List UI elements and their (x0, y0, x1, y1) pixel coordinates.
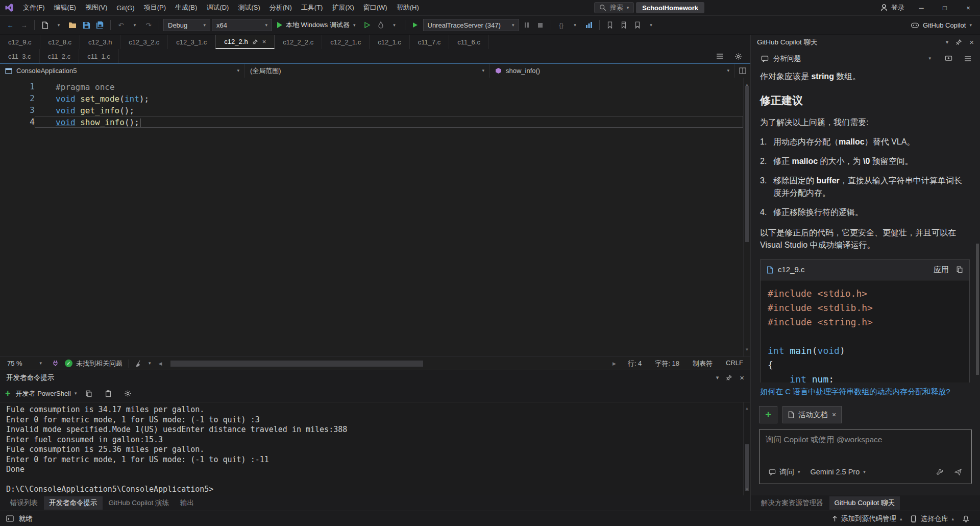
start-without-debugging-icon[interactable] (361, 18, 373, 32)
background-tasks-icon[interactable] (6, 515, 14, 522)
new-file-chevron-icon[interactable]: ▾ (53, 18, 65, 32)
document-tab[interactable]: c12_3_2.c (120, 35, 168, 49)
editor-vertical-scrollbar[interactable]: ▲ ▼ (743, 78, 750, 356)
shell-select[interactable]: 开发者 PowerShell ▾ (16, 389, 77, 398)
document-tab[interactable]: c12_1.c (370, 35, 410, 49)
terminal-panel-header[interactable]: 开发者命令提示 ▾ × (0, 370, 750, 385)
document-tab[interactable]: c11_1.c (79, 49, 119, 63)
hot-reload-icon[interactable] (375, 18, 387, 32)
redo-icon[interactable]: ↷ (142, 18, 155, 32)
paste-icon[interactable] (101, 387, 115, 400)
menu-item[interactable]: 视图(V) (81, 0, 112, 15)
member-select[interactable]: show_info() ▾ (490, 64, 735, 78)
document-tab[interactable]: c11_2.c (40, 49, 80, 63)
horizontal-scrollbar[interactable] (169, 357, 605, 370)
close-tab-icon[interactable]: × (262, 38, 266, 45)
project-select[interactable]: ConsoleApplication5 ▾ (0, 64, 245, 78)
code-cleanup-icon[interactable] (135, 360, 142, 367)
start-debugging-button[interactable]: 本地 Windows 调试器 ▾ (274, 18, 359, 32)
hot-reload-chevron-icon[interactable]: ▾ (388, 18, 401, 32)
next-bookmark-icon[interactable] (631, 18, 644, 32)
bookmarks-chevron-icon[interactable]: ▾ (645, 18, 657, 32)
menu-item[interactable]: 项目(P) (139, 0, 170, 15)
braces-icon[interactable]: {} (555, 18, 568, 32)
apply-button[interactable]: 应用 (934, 264, 949, 276)
pin-icon[interactable] (726, 374, 732, 381)
tools-icon[interactable] (933, 465, 947, 479)
notifications-bell-icon[interactable] (958, 511, 974, 526)
document-tab[interactable]: c12_8.c (40, 35, 81, 49)
scroll-down-icon[interactable]: ▼ (744, 344, 750, 355)
panel-tab[interactable]: 解决方案资源管理器 (756, 496, 828, 510)
undo-icon[interactable]: ↶ (115, 18, 127, 32)
run-target-play-icon[interactable] (409, 18, 422, 32)
close-window-button[interactable]: × (957, 0, 980, 15)
maximize-button[interactable]: □ (933, 0, 957, 15)
document-tab[interactable]: c12_2_1.c (322, 35, 370, 49)
chevron-down-icon[interactable]: ▾ (946, 39, 949, 45)
send-icon[interactable] (951, 465, 965, 479)
panel-tab[interactable]: 输出 (175, 496, 199, 510)
close-panel-icon[interactable]: × (740, 373, 744, 382)
menu-item[interactable]: 测试(S) (233, 0, 264, 15)
scrollbar-thumb[interactable] (170, 361, 423, 367)
sign-in-button[interactable]: 登录 (875, 0, 910, 15)
search-box[interactable]: 搜索 ▾ (594, 2, 634, 13)
model-select[interactable]: Gemini 2.5 Pro ▾ (807, 466, 869, 477)
panel-tab[interactable]: 错误列表 (5, 496, 43, 510)
menu-item[interactable]: 文件(F) (18, 0, 50, 15)
menu-item[interactable]: 生成(B) (170, 0, 202, 15)
copy-code-icon[interactable] (956, 266, 963, 273)
chat-history-icon[interactable] (961, 52, 975, 65)
diagnostics-chart-icon[interactable] (583, 18, 595, 32)
scope-select[interactable]: (全局范围) ▾ (245, 64, 490, 78)
line-indicator[interactable]: 行: 4 (628, 359, 642, 368)
scroll-left-icon[interactable]: ◀ (157, 361, 164, 366)
code-line[interactable]: 3void get_info(); (0, 104, 743, 116)
chat-scrollbar[interactable] (975, 68, 979, 381)
scroll-down-icon[interactable]: ▼ (744, 485, 750, 495)
configuration-select[interactable]: Debug▾ (163, 19, 210, 31)
scrollbar-thumb[interactable] (745, 444, 749, 491)
menu-item[interactable]: 窗口(W) (359, 0, 392, 15)
health-status[interactable]: ✓ 未找到相关问题 (65, 359, 122, 368)
code-line[interactable]: 1#pragma once (0, 81, 743, 92)
menu-item[interactable]: 工具(T) (297, 0, 328, 15)
menu-item[interactable]: 调试(D) (202, 0, 233, 15)
terminal-output[interactable]: Fule comsumption is 34.17 miles per gall… (0, 402, 750, 495)
menu-item[interactable]: 帮助(H) (392, 0, 424, 15)
close-panel-icon[interactable]: × (969, 38, 974, 46)
indent-indicator[interactable]: 制表符 (693, 359, 713, 368)
document-tab[interactable]: c11_6.c (449, 35, 489, 49)
tab-settings-gear-icon[interactable] (731, 50, 745, 63)
code-cleanup-chevron-icon[interactable]: ▾ (149, 361, 151, 366)
zoom-select[interactable]: 75 %▾ (3, 358, 46, 369)
pause-icon[interactable] (521, 18, 533, 32)
document-tab[interactable]: c12_3.h (80, 35, 120, 49)
menu-item[interactable]: 编辑(E) (50, 0, 81, 15)
copy-icon[interactable] (82, 387, 96, 400)
scrollbar-thumb[interactable] (976, 244, 979, 375)
scroll-up-icon[interactable]: ▲ (744, 403, 750, 414)
chat-input[interactable]: 询问 Copilot 或使用 @workspace 询问 ▾ Gemini 2.… (759, 429, 972, 484)
document-list-icon[interactable] (713, 50, 727, 63)
stop-icon[interactable] (534, 18, 547, 32)
code-line[interactable]: 2void set_mode(int); (0, 92, 743, 104)
pin-icon[interactable] (955, 39, 962, 45)
save-icon[interactable] (80, 18, 92, 32)
chat-mode-select[interactable]: 询问 ▾ (766, 466, 803, 479)
platform-select[interactable]: x64▾ (212, 19, 272, 31)
column-indicator[interactable]: 字符: 18 (655, 359, 679, 368)
scroll-right-icon[interactable]: ▶ (611, 361, 618, 366)
remove-context-icon[interactable]: × (832, 411, 836, 419)
open-folder-icon[interactable] (66, 18, 79, 32)
scrollbar-thumb[interactable] (745, 86, 749, 242)
github-copilot-button[interactable]: GitHub Copilot ▾ (906, 18, 976, 32)
add-to-source-control-button[interactable]: 添加到源代码管理 ▴ (828, 511, 906, 526)
document-tab[interactable]: c11_3.c (0, 49, 40, 63)
previous-bookmark-icon[interactable] (618, 18, 630, 32)
trace-server-select[interactable]: UnrealTraceServer (347)▾ (423, 19, 519, 31)
chevron-down-icon[interactable]: ▾ (716, 375, 719, 380)
menu-item[interactable]: 分析(N) (265, 0, 297, 15)
document-health-icon[interactable] (52, 360, 59, 367)
